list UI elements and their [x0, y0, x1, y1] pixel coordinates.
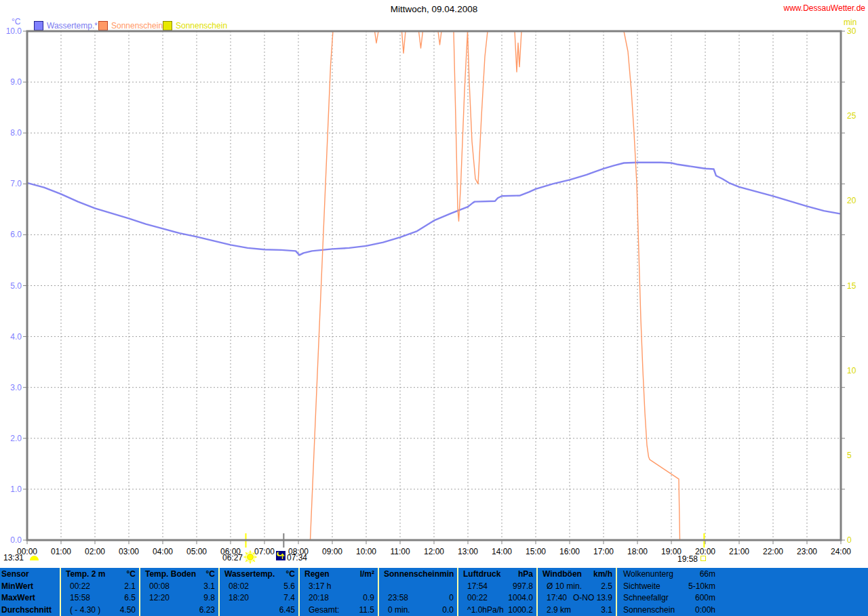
stats-row: 00:222.1 — [61, 580, 139, 592]
right-axis-tick-label: 0 — [847, 535, 852, 545]
stats-cell-time: 17:40 — [541, 593, 567, 602]
info-value: 5-10km — [686, 581, 715, 591]
stats-section-unit: °C — [206, 569, 215, 579]
stats-section-header: LuftdruckhPa — [458, 568, 536, 580]
chart-plot-area: 10.09.08.07.06.05.04.03.02.01.00.0302520… — [0, 0, 868, 568]
x-axis-tick-label: 21:00 — [729, 547, 749, 556]
stats-section-header: Temp. Boden°C — [140, 568, 218, 580]
stats-row: 2.9 km3.1 — [538, 604, 616, 616]
stats-cell-value: 3.1 — [601, 605, 612, 615]
stats-section-header: Sonnenscheinmin — [379, 568, 457, 580]
stats-cell-time: 2.9 km — [541, 605, 571, 615]
stats-cell-value: 997.8 — [513, 581, 533, 591]
stats-rowheader-column: SensorMinWertMaxWertDurchschnitt — [0, 568, 60, 616]
stats-section-title: Sonnenschein — [382, 569, 439, 579]
stats-section-title: Wassertemp. — [223, 569, 275, 579]
stats-section-header: Regenl/m² — [300, 568, 378, 580]
x-axis-tick-label: 04:00 — [153, 547, 173, 556]
left-axis-tick-label: 9.0 — [10, 77, 22, 87]
stats-cell-value: 11.5 — [359, 605, 374, 615]
right-axis-tick-label: 20 — [847, 196, 856, 205]
left-axis-tick-label: 8.0 — [10, 128, 22, 138]
info-row: Schneefallgr600m — [617, 592, 868, 604]
info-row: Wolkenunterg66m — [617, 568, 868, 580]
x-axis-tick-label: 20:00 — [695, 547, 715, 556]
right-axis-tick-label: 10 — [847, 366, 856, 375]
info-row: Sonnenschein0:00h — [617, 604, 868, 616]
stats-cell-time: Ø 10 min. — [541, 581, 582, 591]
x-axis-tick-label: 02:00 — [85, 547, 105, 556]
stats-section-windben: Windböenkm/hØ 10 min.2.517:40O-NO 13.92.… — [536, 568, 616, 616]
stats-cell-time: ^1.0hPa/h — [462, 605, 504, 615]
moonrise-icon — [276, 551, 285, 563]
info-value: 66m — [686, 569, 715, 579]
stats-section-header: Temp. 2 m°C — [61, 568, 139, 580]
stats-section-luftdruck: LuftdruckhPa17:54997.800:221004.0^1.0hPa… — [457, 568, 536, 616]
stats-row: 08:025.6 — [220, 580, 298, 592]
stats-cell-value: 3.1 — [203, 581, 215, 591]
stats-row: 12:209.8 — [140, 592, 218, 604]
series-wassertemp — [27, 163, 841, 255]
info-value: 0:00h — [686, 605, 715, 615]
stats-row-header: MinWert — [0, 580, 60, 592]
stats-cell-value: O-NO 13.9 — [573, 593, 612, 602]
x-axis-tick-label: 07:00 — [254, 547, 275, 556]
stats-cell-value: 0.0 — [442, 605, 454, 615]
stats-section-title: Regen — [303, 569, 330, 579]
stats-section-unit: hPa — [518, 569, 533, 579]
stats-row — [379, 580, 457, 592]
stats-row: 15:586.5 — [61, 592, 139, 604]
moonset-icon — [30, 556, 39, 560]
x-axis-tick-label: 17:00 — [593, 547, 614, 556]
stats-section-title: Temp. Boden — [144, 569, 196, 579]
stats-cell-value: 2.5 — [601, 581, 612, 591]
stats-cell-value: 4.50 — [120, 605, 136, 615]
right-axis-tick-label: 25 — [847, 111, 856, 121]
stats-section-unit: l/m² — [360, 569, 374, 579]
left-axis-tick-label: 10.0 — [6, 26, 22, 36]
left-axis-tick-label: 5.0 — [10, 281, 22, 291]
info-value: 600m — [686, 593, 715, 602]
stats-cell-time: 20:18 — [303, 593, 329, 602]
stats-cell-value: 7.4 — [283, 593, 295, 602]
stats-section-header: Wassertemp.°C — [220, 568, 298, 580]
left-axis-tick-label: 2.0 — [10, 434, 22, 443]
right-axis-tick-label: 30 — [847, 26, 856, 36]
stats-cell-value: 1000.2 — [508, 605, 533, 615]
left-axis-tick-label: 3.0 — [10, 383, 22, 392]
sunset-icon — [701, 556, 706, 561]
sunset-time-label: 19:58 — [677, 554, 698, 564]
stats-row-header: MaxWert — [0, 592, 60, 604]
x-axis-tick-label: 10:00 — [356, 547, 376, 556]
left-axis-tick-label: 6.0 — [10, 230, 22, 239]
stats-cell-time: 12:20 — [144, 593, 170, 602]
stats-row: ( - 4.30 )4.50 — [61, 604, 139, 616]
stats-row: 0 min.0.0 — [379, 604, 457, 616]
x-axis-tick-label: 05:00 — [186, 547, 207, 556]
x-axis-tick-label: 03:00 — [119, 547, 139, 556]
stats-cell-time: ( - 4.30 ) — [64, 605, 100, 615]
stats-row: 23:580 — [379, 592, 457, 604]
stats-row: 6.45 — [220, 604, 298, 616]
stats-cell-time: 23:58 — [382, 593, 408, 602]
stats-row: Ø 10 min.2.5 — [538, 580, 616, 592]
stats-row: 6.23 — [140, 604, 218, 616]
stats-section-unit: min — [439, 569, 454, 579]
stats-cell-time: 0 min. — [382, 605, 410, 615]
info-label: Sichtweite — [620, 581, 686, 591]
sunrise-time-label: 06:27 — [222, 553, 243, 562]
right-axis-tick-label: 15 — [847, 281, 856, 291]
stats-cell-value: 2.1 — [124, 581, 136, 591]
x-axis-tick-label: 24:00 — [831, 547, 851, 556]
x-axis-tick-label: 11:00 — [390, 547, 410, 556]
moonrise-time-label: 07:34 — [287, 553, 307, 562]
stats-section-tempboden: Temp. Boden°C00:083.112:209.86.23 — [139, 568, 218, 616]
stats-row: 00:083.1 — [140, 580, 218, 592]
info-label: Wolkenunterg — [620, 569, 686, 579]
x-axis-tick-label: 18:00 — [627, 547, 648, 556]
stats-row: 17:54997.8 — [458, 580, 536, 592]
left-axis-tick-label: 7.0 — [10, 179, 22, 188]
x-axis-tick-label: 13:00 — [458, 547, 478, 556]
sunrise-sun-icon — [243, 550, 257, 567]
x-axis-tick-label: 23:00 — [797, 547, 817, 556]
